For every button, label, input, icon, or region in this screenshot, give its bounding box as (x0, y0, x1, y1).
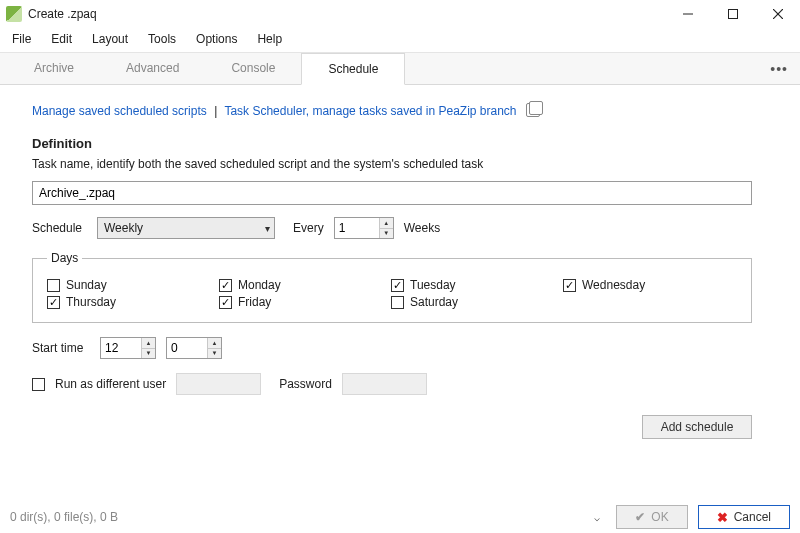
day-thursday[interactable]: Thursday (47, 295, 219, 309)
ok-button[interactable]: ✔OK (616, 505, 687, 529)
day-monday[interactable]: Monday (219, 278, 391, 292)
password-input (342, 373, 427, 395)
window-buttons (665, 0, 800, 28)
day-saturday[interactable]: Saturday (391, 295, 563, 309)
day-friday[interactable]: Friday (219, 295, 391, 309)
cancel-label: Cancel (734, 510, 771, 524)
chevron-down-icon[interactable]: ⌵ (594, 512, 600, 523)
tab-advanced[interactable]: Advanced (100, 53, 205, 84)
close-icon: ✖ (717, 510, 728, 525)
definition-heading: Definition (32, 136, 768, 151)
day-label: Sunday (66, 278, 107, 292)
start-minute-spin[interactable]: ▲▼ (166, 337, 222, 359)
every-value-input[interactable] (335, 218, 379, 238)
days-legend: Days (47, 251, 82, 265)
links-row: Manage saved scheduled scripts | Task Sc… (32, 103, 768, 118)
day-tuesday[interactable]: Tuesday (391, 278, 563, 292)
schedule-panel: Manage saved scheduled scripts | Task Sc… (0, 85, 800, 449)
task-name-input[interactable] (32, 181, 752, 205)
tab-archive[interactable]: Archive (8, 53, 100, 84)
day-label: Tuesday (410, 278, 456, 292)
start-minute-input[interactable] (167, 338, 207, 358)
definition-subtext: Task name, identify both the saved sched… (32, 157, 768, 171)
schedule-row: Schedule Weekly ▾ Every ▲▼ Weeks (32, 217, 768, 239)
open-external-icon[interactable] (526, 103, 540, 117)
run-as-user-input (176, 373, 261, 395)
title-bar: Create .zpaq (0, 0, 800, 28)
status-text: 0 dir(s), 0 file(s), 0 B (10, 510, 584, 524)
tab-schedule[interactable]: Schedule (301, 53, 405, 85)
checkbox-thursday[interactable] (47, 296, 60, 309)
cancel-button[interactable]: ✖ Cancel (698, 505, 790, 529)
svg-rect-1 (728, 10, 737, 19)
schedule-label: Schedule (32, 221, 87, 235)
checkbox-friday[interactable] (219, 296, 232, 309)
day-sunday[interactable]: Sunday (47, 278, 219, 292)
day-label: Friday (238, 295, 271, 309)
check-icon: ✔ (635, 510, 645, 524)
checkbox-saturday[interactable] (391, 296, 404, 309)
app-icon (6, 6, 22, 22)
menu-options[interactable]: Options (188, 30, 245, 48)
day-label: Monday (238, 278, 281, 292)
day-label: Wednesday (582, 278, 645, 292)
link-task-scheduler[interactable]: Task Scheduler, manage tasks saved in Pe… (224, 104, 516, 118)
footer: 0 dir(s), 0 file(s), 0 B ⌵ ✔OK ✖ Cancel (0, 501, 800, 533)
start-hour-spin[interactable]: ▲▼ (100, 337, 156, 359)
every-label: Every (293, 221, 324, 235)
chevron-down-icon: ▾ (265, 223, 270, 234)
every-unit: Weeks (404, 221, 440, 235)
maximize-button[interactable] (710, 0, 755, 28)
menu-edit[interactable]: Edit (43, 30, 80, 48)
day-label: Saturday (410, 295, 458, 309)
tab-overflow-icon[interactable]: ••• (770, 61, 788, 77)
link-separator: | (214, 104, 217, 118)
window-title: Create .zpaq (28, 7, 665, 21)
start-time-row: Start time ▲▼ ▲▼ (32, 337, 768, 359)
checkbox-wednesday[interactable] (563, 279, 576, 292)
day-wednesday[interactable]: Wednesday (563, 278, 735, 292)
close-button[interactable] (755, 0, 800, 28)
add-schedule-button[interactable]: Add schedule (642, 415, 752, 439)
run-as-row: Run as different user Password (32, 373, 768, 395)
run-as-label: Run as different user (55, 377, 166, 391)
tab-strip: Archive Advanced Console Schedule ••• (0, 53, 800, 85)
every-value-spin[interactable]: ▲▼ (334, 217, 394, 239)
checkbox-tuesday[interactable] (391, 279, 404, 292)
menu-file[interactable]: File (4, 30, 39, 48)
ok-label: OK (651, 510, 668, 524)
spin-buttons[interactable]: ▲▼ (207, 338, 221, 358)
spin-buttons[interactable]: ▲▼ (141, 338, 155, 358)
password-label: Password (279, 377, 332, 391)
schedule-frequency-value: Weekly (104, 221, 143, 235)
menu-tools[interactable]: Tools (140, 30, 184, 48)
checkbox-sunday[interactable] (47, 279, 60, 292)
days-fieldset: Days Sunday Monday Tuesday Wednesday (32, 251, 752, 323)
schedule-frequency-combo[interactable]: Weekly ▾ (97, 217, 275, 239)
checkbox-monday[interactable] (219, 279, 232, 292)
menu-layout[interactable]: Layout (84, 30, 136, 48)
spin-buttons[interactable]: ▲▼ (379, 218, 393, 238)
menu-help[interactable]: Help (249, 30, 290, 48)
start-hour-input[interactable] (101, 338, 141, 358)
menu-bar: File Edit Layout Tools Options Help (0, 28, 800, 53)
start-time-label: Start time (32, 341, 90, 355)
minimize-button[interactable] (665, 0, 710, 28)
link-manage-scripts[interactable]: Manage saved scheduled scripts (32, 104, 207, 118)
day-label: Thursday (66, 295, 116, 309)
checkbox-run-as[interactable] (32, 378, 45, 391)
tab-console[interactable]: Console (205, 53, 301, 84)
